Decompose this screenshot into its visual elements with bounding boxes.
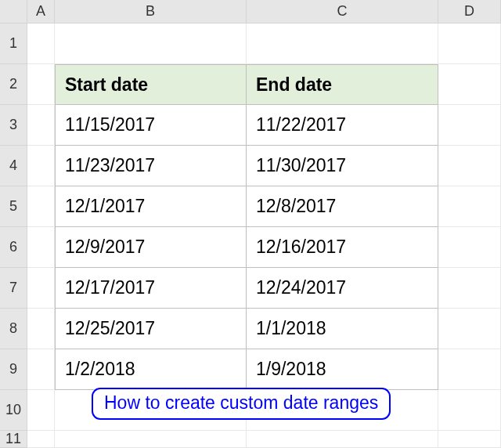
cell-a6[interactable]	[27, 227, 55, 268]
table-cell-b3[interactable]: 11/15/2017	[55, 105, 247, 146]
table-cell-b8[interactable]: 12/25/2017	[55, 309, 247, 349]
row-header-9[interactable]: 9	[0, 349, 27, 390]
cell-d3[interactable]	[438, 105, 501, 146]
table-cell-b4[interactable]: 11/23/2017	[55, 146, 247, 186]
select-all-corner[interactable]	[0, 0, 27, 23]
col-header-b[interactable]: B	[55, 0, 247, 23]
row-header-2[interactable]: 2	[0, 64, 27, 105]
table-cell-c4[interactable]: 11/30/2017	[247, 146, 438, 186]
table-cell-b6[interactable]: 12/9/2017	[55, 227, 247, 268]
table-cell-b5[interactable]: 12/1/2017	[55, 186, 247, 227]
cell-a8[interactable]	[27, 309, 55, 349]
cell-d5[interactable]	[438, 186, 501, 227]
cell-a2[interactable]	[27, 64, 55, 105]
cell-c11[interactable]	[247, 431, 438, 448]
row-header-11[interactable]: 11	[0, 431, 27, 448]
cell-d8[interactable]	[438, 309, 501, 349]
cell-c1[interactable]	[247, 23, 438, 64]
row-header-3[interactable]: 3	[0, 105, 27, 146]
table-cell-c9[interactable]: 1/9/2018	[247, 349, 438, 390]
cell-a4[interactable]	[27, 146, 55, 186]
cell-d1[interactable]	[438, 23, 501, 64]
table-cell-c6[interactable]: 12/16/2017	[247, 227, 438, 268]
cell-d2[interactable]	[438, 64, 501, 105]
col-header-d[interactable]: D	[438, 0, 501, 23]
table-cell-c8[interactable]: 1/1/2018	[247, 309, 438, 349]
cell-a1[interactable]	[27, 23, 55, 64]
cell-a3[interactable]	[27, 105, 55, 146]
cell-d4[interactable]	[438, 146, 501, 186]
help-link[interactable]: How to create custom date ranges	[92, 388, 391, 420]
cell-d10[interactable]	[438, 390, 501, 431]
cell-b1[interactable]	[55, 23, 247, 64]
row-header-7[interactable]: 7	[0, 268, 27, 309]
spreadsheet-grid: A B C D 1 2 Start date End date 3 11/15/…	[0, 0, 501, 448]
cell-a7[interactable]	[27, 268, 55, 309]
cell-d6[interactable]	[438, 227, 501, 268]
col-header-a[interactable]: A	[27, 0, 55, 23]
cell-b11[interactable]	[55, 431, 247, 448]
table-cell-b7[interactable]: 12/17/2017	[55, 268, 247, 309]
row-header-4[interactable]: 4	[0, 146, 27, 186]
cell-d7[interactable]	[438, 268, 501, 309]
row-header-5[interactable]: 5	[0, 186, 27, 227]
cell-d9[interactable]	[438, 349, 501, 390]
cell-a11[interactable]	[27, 431, 55, 448]
header-start-date[interactable]: Start date	[55, 64, 247, 105]
row-header-1[interactable]: 1	[0, 23, 27, 64]
row-header-6[interactable]: 6	[0, 227, 27, 268]
cell-a9[interactable]	[27, 349, 55, 390]
header-end-date[interactable]: End date	[247, 64, 438, 105]
row-header-8[interactable]: 8	[0, 309, 27, 349]
table-cell-c5[interactable]: 12/8/2017	[247, 186, 438, 227]
table-cell-c3[interactable]: 11/22/2017	[247, 105, 438, 146]
row-header-10[interactable]: 10	[0, 390, 27, 431]
cell-d11[interactable]	[438, 431, 501, 448]
cell-a5[interactable]	[27, 186, 55, 227]
col-header-c[interactable]: C	[247, 0, 438, 23]
table-cell-c7[interactable]: 12/24/2017	[247, 268, 438, 309]
table-cell-b9[interactable]: 1/2/2018	[55, 349, 247, 390]
cell-a10[interactable]	[27, 390, 55, 431]
